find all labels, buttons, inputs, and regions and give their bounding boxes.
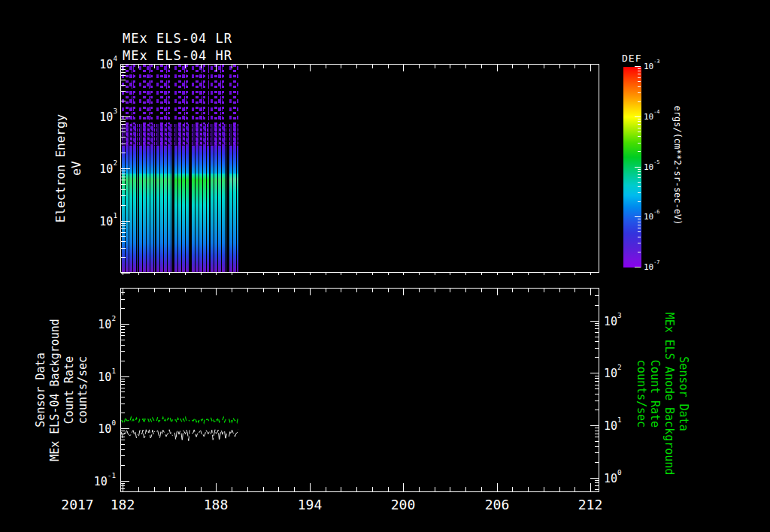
x-tick-bottom-axis	[419, 487, 420, 491]
energy-minor-tick	[121, 119, 126, 119]
anode-major-tick	[590, 425, 599, 426]
rate-minor-tick	[121, 384, 125, 385]
x-tick-top	[216, 65, 217, 71]
anode-minor-tick	[595, 328, 599, 329]
rate-minor-tick	[121, 404, 125, 404]
x-tick-bottom-axis	[512, 487, 513, 491]
x-tick-top	[232, 65, 232, 68]
x-tick-bottom-panel-top	[232, 289, 232, 292]
x-tick-bottom-panel-top	[201, 289, 202, 292]
energy-tick-label: 103	[83, 110, 117, 124]
bottom-left-y-axis-label: Sensor Data MEx ELS-04 Background Count …	[34, 319, 90, 461]
anode-major-tick	[590, 478, 599, 479]
x-tick-bottom-panel-top	[326, 289, 326, 292]
energy-major-tick	[121, 116, 130, 117]
x-tick-bottom-axis	[403, 483, 404, 491]
anode-background-trace	[139, 418, 155, 423]
els04-background-trace	[211, 430, 226, 440]
energy-minor-tick	[121, 75, 126, 76]
energy-tick-label: 104	[83, 57, 117, 71]
energy-major-tick	[121, 168, 130, 169]
x-tick-spectrogram-bottom	[356, 272, 357, 275]
rate-minor-tick	[121, 292, 125, 293]
x-tick-spectrogram-bottom	[465, 272, 466, 275]
x-tick-bottom-panel-top	[138, 289, 139, 292]
x-tick-spectrogram-bottom	[326, 272, 326, 275]
x-tick-bottom-axis	[435, 487, 435, 491]
colorbar-minor-tick	[638, 169, 641, 170]
anode-minor-tick	[595, 482, 599, 483]
colorbar-minor-tick	[638, 68, 641, 69]
anode-minor-tick	[595, 385, 599, 385]
x-tick-bottom-panel-top	[154, 289, 155, 292]
bottom-right-y-axis-label: Sensor Data MEx ELS Anode Background Cou…	[634, 313, 690, 476]
x-tick-top	[435, 65, 435, 68]
colorbar-minor-tick	[638, 81, 641, 82]
x-tick-bottom-axis	[247, 487, 248, 491]
colorbar-minor-tick	[638, 228, 641, 228]
anode-minor-tick	[595, 428, 599, 428]
anode-minor-tick	[595, 401, 599, 401]
colorbar-tick-label: 10-7	[644, 261, 678, 272]
rate-major-tick	[121, 376, 129, 377]
x-tick-spectrogram-bottom	[590, 272, 591, 275]
x-tick-bottom-panel-top	[263, 289, 264, 292]
anode-background-trace	[174, 418, 189, 423]
x-tick-bottom-axis	[388, 487, 389, 491]
x-tick-bottom-axis	[559, 487, 560, 491]
colorbar-tick-label: 10-5	[644, 162, 678, 172]
x-tick-spectrogram-bottom	[341, 272, 341, 275]
rate-minor-tick	[121, 332, 125, 333]
timeseries-panel	[120, 288, 599, 492]
energy-minor-tick	[121, 195, 126, 196]
x-tick-top	[544, 65, 544, 68]
rate-minor-tick	[121, 434, 125, 434]
rate-tick-label: 10-1	[81, 474, 116, 488]
rate-minor-tick	[121, 488, 125, 489]
x-tick-spectrogram-bottom	[278, 272, 279, 275]
rate-minor-tick	[121, 329, 125, 330]
x-tick-bottom-panel-top	[559, 289, 560, 292]
energy-minor-tick	[121, 144, 126, 144]
rate-minor-tick	[121, 345, 125, 346]
x-tick-bottom-axis	[497, 483, 498, 491]
colorbar-minor-tick	[638, 252, 641, 252]
x-tick-bottom-panel-top	[169, 289, 170, 292]
colorbar-major-tick	[635, 66, 641, 67]
anode-minor-tick	[595, 441, 599, 442]
rate-minor-tick	[121, 455, 125, 456]
anode-background-trace	[156, 417, 172, 423]
anode-minor-tick	[595, 452, 599, 453]
x-tick-spectrogram-bottom	[497, 272, 498, 275]
els04-background-trace	[229, 430, 238, 437]
spectrogram-orbit-stripe	[139, 65, 155, 272]
x-tick-spectrogram-bottom	[544, 272, 544, 275]
els04-background-trace	[174, 430, 189, 441]
colorbar-minor-tick	[638, 124, 641, 125]
x-tick-bottom-axis	[341, 487, 341, 491]
x-tick-bottom-panel-top	[216, 289, 217, 295]
stripe-separators	[229, 65, 238, 272]
x-tick-label: 188	[192, 497, 240, 512]
x-tick-spectrogram-bottom	[201, 272, 202, 275]
colorbar-minor-tick	[638, 128, 641, 128]
rate-minor-tick	[121, 308, 125, 309]
colorbar-minor-tick	[638, 143, 641, 144]
colorbar-minor-tick	[638, 77, 641, 78]
colorbar-minor-tick	[638, 71, 641, 71]
x-tick-bottom-axis	[465, 487, 466, 491]
x-tick-bottom-axis	[294, 487, 295, 491]
x-tick-top	[326, 65, 326, 68]
x-tick-top	[403, 65, 404, 71]
x-tick-bottom-axis	[356, 487, 357, 491]
energy-minor-tick	[121, 257, 126, 258]
x-tick-bottom-panel-top	[372, 289, 373, 292]
stripe-separators	[156, 65, 172, 272]
anode-minor-tick	[595, 295, 599, 296]
x-tick-bottom-axis	[154, 487, 155, 491]
colorbar-tick-label: 10-4	[644, 111, 678, 122]
colorbar-minor-tick	[638, 136, 641, 137]
colorbar-minor-tick	[638, 192, 641, 193]
x-tick-top	[201, 65, 202, 68]
x-tick-bottom-axis	[232, 487, 232, 491]
